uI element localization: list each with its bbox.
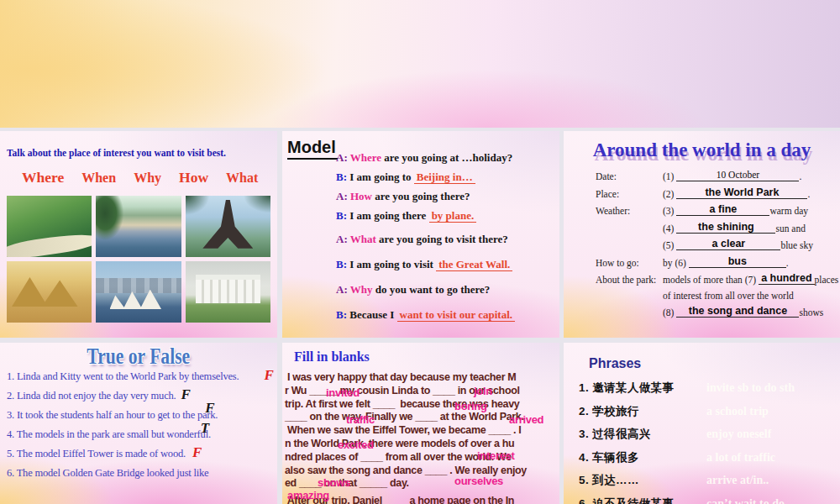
blank-answer: 10 October xyxy=(676,170,799,181)
question-word: How xyxy=(348,190,372,202)
question-word: Why xyxy=(348,283,373,296)
keyword-when: When xyxy=(81,171,116,186)
fill-line: ndred places of ____ from all over the w… xyxy=(285,451,559,465)
phrase-chinese: 1. 邀请某人做某事 xyxy=(579,381,706,396)
around-row-number: (8) xyxy=(663,307,674,318)
around-row-suffix: . xyxy=(807,189,810,199)
truefalse-answer-mark: T xyxy=(201,424,209,433)
truefalse-answer-mark: F xyxy=(181,391,190,399)
blank-answer: a hundred xyxy=(759,273,814,285)
around-row-number: models of more than (7) xyxy=(663,275,756,285)
around-row-suffix: blue sky xyxy=(780,240,813,250)
phrase-english: can’t wait to do xyxy=(706,497,840,504)
speaker-label: A: xyxy=(336,151,348,164)
white-house-photo xyxy=(186,261,270,323)
model-title: Model xyxy=(287,138,338,160)
phrases-title: Phrases xyxy=(589,356,840,371)
truefalse-item: 1. Linda and Kitty went to the World Par… xyxy=(7,370,277,383)
around-form: Date:(1)10 October.Place:(2)the World Pa… xyxy=(596,170,840,318)
slide-true-or-false[interactable]: True or False 1. Linda and Kitty went to… xyxy=(0,343,277,504)
truefalse-list: 1. Linda and Kitty went to the World Par… xyxy=(7,370,277,480)
fill-answer-word: ourselves xyxy=(454,475,503,487)
around-row-label: How to go: xyxy=(596,258,663,268)
around-row-suffix: warm day xyxy=(769,206,808,216)
truefalse-text: 3. It took the students half an hour to … xyxy=(7,409,218,421)
around-row: (5)a clear blue sky xyxy=(596,239,840,250)
phrase-chinese: 5. 到达…… xyxy=(579,473,706,488)
around-row: Date:(1)10 October. xyxy=(596,170,840,181)
truefalse-text: 1. Linda and Kitty went to the World Par… xyxy=(7,370,239,382)
model-line: B: I am going to Beijing in… xyxy=(336,171,515,184)
around-row: of interest from all over the world xyxy=(596,291,840,301)
phrase-row: 4. 车辆很多a lot of traffic xyxy=(579,450,840,465)
blank-answer: bus xyxy=(689,256,786,268)
keyword-how: How xyxy=(179,169,208,186)
fill-line: I was very happy that day because my tea… xyxy=(285,371,559,385)
model-line: A: Why do you want to go there? xyxy=(336,283,515,297)
around-row: How to go:by (6)bus. xyxy=(596,256,840,268)
fill-answer-word: shows xyxy=(318,476,350,489)
dialog-text: do you want to go there? xyxy=(372,283,490,296)
visit-keywords: WhereWhenWhyHowWhat xyxy=(0,158,277,186)
question-word: Where xyxy=(348,151,381,164)
fill-answer-word: boring xyxy=(454,400,487,412)
phrase-chinese: 4. 车辆很多 xyxy=(579,450,706,465)
dialog-answer: want to visit our capital. xyxy=(397,308,515,322)
phrase-chinese: 6. 迫不及待做某事 xyxy=(579,496,706,504)
blank-answer: the song and dance xyxy=(676,306,799,318)
around-row-label: About the park: xyxy=(596,275,663,285)
dialog-text: are you going at …holiday? xyxy=(381,151,512,164)
slide-model-dialog[interactable]: Model A: Where are you going at …holiday… xyxy=(282,131,559,338)
model-line: A: How are you going there? xyxy=(336,190,515,203)
dialog-text: are you going there? xyxy=(372,190,470,202)
around-title: Around the world in a day xyxy=(564,139,840,161)
blank-answer: the shining xyxy=(676,222,775,234)
around-row-suffix: shows xyxy=(799,307,823,318)
fill-line: trip. At first we felt ____ because ther… xyxy=(285,398,559,412)
fill-answer-word: interest xyxy=(477,449,515,462)
truefalse-answer-mark: F xyxy=(205,404,214,412)
dialog-text: are you going to visit there? xyxy=(376,233,508,245)
truefalse-item: 4. The models in the park are small but … xyxy=(7,428,277,441)
pyramids-photo xyxy=(7,261,92,323)
around-row: Place:(2)the World Park. xyxy=(596,187,840,199)
phrase-row: 5. 到达……arrive at/in.. xyxy=(579,473,840,488)
fill-answer-word: traffic xyxy=(346,413,375,426)
around-row-suffix: . xyxy=(799,171,801,181)
truefalse-item: 5. The model Eiffel Tower is made of woo… xyxy=(7,448,277,460)
phrase-row: 1. 邀请某人做某事invite sb to do sth xyxy=(579,381,840,396)
dialog-text: I am going to xyxy=(347,171,414,183)
truefalse-text: 2. Linda did not enjoy the day very much… xyxy=(7,390,176,402)
fill-title: Fill in blanks xyxy=(294,349,370,365)
model-line: A: Where are you going at …holiday? xyxy=(336,151,515,165)
model-line: B: I am going to visit the Great Wall. xyxy=(336,258,515,271)
speaker-label: A: xyxy=(336,233,348,245)
phrase-row: 6. 迫不及待做某事can’t wait to do xyxy=(579,496,840,504)
fill-answer-word: arrived xyxy=(509,413,543,426)
truefalse-item: 6. The model Golden Gate Bridge looked j… xyxy=(7,467,277,480)
slide-talk-about[interactable]: Talk about the place of interest you wan… xyxy=(0,131,277,338)
phrase-row: 3. 过得很高兴enjoy oneself xyxy=(579,427,840,442)
around-row: (4)the shining sun and xyxy=(596,222,840,234)
eiffel-tower-photo xyxy=(186,196,270,257)
truefalse-item: 2. Linda did not enjoy the day very much… xyxy=(7,390,277,402)
dialog-answer: by plane. xyxy=(429,209,477,223)
slide-around-the-world[interactable]: Around the world in a day Date:(1)10 Oct… xyxy=(564,131,840,338)
paris-riverside-photo xyxy=(96,196,181,257)
around-row-number: (3) xyxy=(663,206,674,216)
fill-line: also saw the song and dance ____ . We re… xyxy=(285,465,559,478)
speaker-label: B: xyxy=(336,171,347,183)
truefalse-title: True or False xyxy=(0,344,277,370)
fill-answer-word: invited xyxy=(326,386,360,399)
slide-phrases[interactable]: Phrases 1. 邀请某人做某事invite sb to do sth2. … xyxy=(564,343,840,504)
model-line: A: What are you going to visit there? xyxy=(336,233,515,246)
talk-title: Talk about the place of interest you wan… xyxy=(7,148,270,158)
model-line: B: I am going there by plane. xyxy=(336,209,515,223)
slide-fill-in-blanks[interactable]: Fill in blanks I was very happy that day… xyxy=(282,343,559,504)
truefalse-item: 3. It took the students half an hour to … xyxy=(7,409,277,422)
truefalse-answer-mark: F xyxy=(264,371,273,380)
blank-answer: a clear xyxy=(676,239,780,250)
truefalse-answer-mark: F xyxy=(192,449,202,457)
landmark-photo-grid xyxy=(7,196,270,323)
around-row-number: (4) xyxy=(663,223,674,234)
